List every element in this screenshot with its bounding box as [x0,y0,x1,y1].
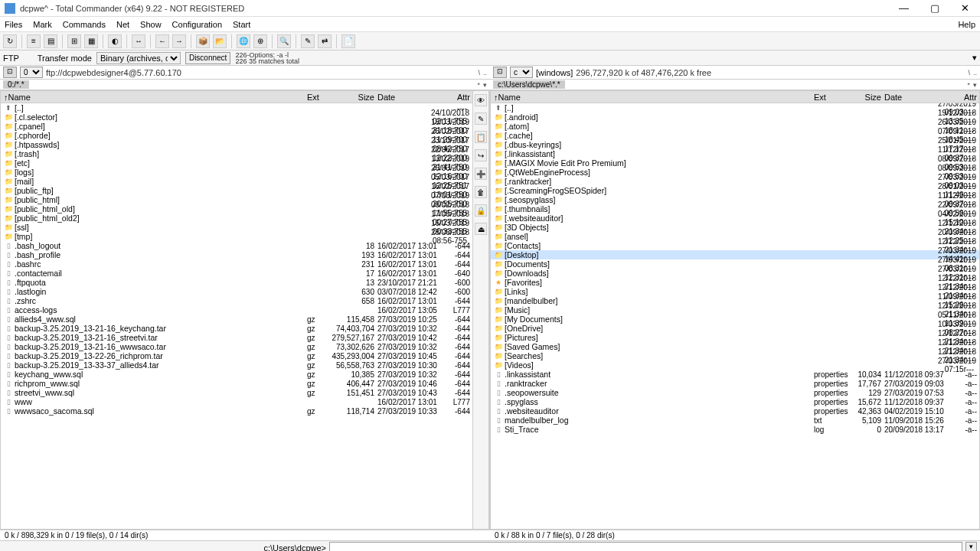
left-history-icon[interactable]: ▾ [483,81,487,89]
right-root-icon[interactable]: \ [968,69,970,77]
notepad-icon[interactable]: 📄 [341,34,355,48]
file-row[interactable]: .spyglassproperties15,67211/12/2018 09:3… [491,397,979,406]
file-row[interactable]: [Contacts]12/12/2018 21:34r--- [491,241,979,250]
command-history-icon[interactable]: ▾ [965,542,977,551]
view-thumbs-icon[interactable]: ▦ [84,34,98,48]
file-row[interactable]: .bashrc23116/02/2017 13:01-644 [1,259,472,269]
file-row[interactable]: [.seospyglass]11/12/2018 09:37---- [491,195,979,204]
delete-icon[interactable]: 🗑 [475,186,487,198]
right-drive-select[interactable]: c [510,67,533,78]
file-row[interactable]: [etc]13/02/2019 21:41-750 [1,158,472,168]
file-row[interactable]: keychang_www.sqlgz10,38527/03/2019 10:32… [1,370,472,379]
file-row[interactable]: [.QtWebEngineProcess]08/09/2018 09:53---… [491,168,979,177]
right-fav-icon[interactable]: * [967,81,970,89]
menu-show[interactable]: Show [140,20,162,29]
left-column-header[interactable]: ↑Name Ext Size Date Attr [1,91,472,103]
menu-files[interactable]: Files [5,20,22,29]
file-row[interactable]: [..]---- [1,103,472,112]
invert-icon[interactable]: ◐ [108,34,122,48]
file-row[interactable]: .websiteauditorproperties42,36304/02/201… [491,406,979,416]
left-up-icon[interactable]: .. [483,69,487,77]
file-row[interactable]: [.cphorde]26/02/2017 11:29-700 [1,131,472,140]
exit-icon[interactable]: ⏏ [475,223,487,235]
file-row[interactable]: .linkassistantproperties10,03411/12/2018… [491,370,979,379]
file-row[interactable]: [ssl]16/03/2019 00:33-755 [1,223,472,232]
file-row[interactable]: .lastlogin63003/07/2018 12:42-600 [1,287,472,296]
right-column-header[interactable]: ↑Name Ext Size Date Attr [491,91,979,103]
file-row[interactable]: [.linkassistant]11/12/2018 09:37---- [491,149,979,158]
file-row[interactable]: [My Documents]05/11/2018 11:39---- [491,315,979,324]
file-row[interactable]: .contactemail1716/02/2017 13:01-640 [1,269,472,278]
file-row[interactable]: allieds4_www.sqlgz115,45827/03/2019 10:2… [1,315,472,324]
file-row[interactable]: www16/02/2017 13:01L777 [1,397,472,406]
pack-icon[interactable]: 📦 [196,34,210,48]
minimize-button[interactable]: — [893,1,915,15]
file-row[interactable]: .ftpquota1323/10/2017 21:21-600 [1,278,472,287]
refresh-icon[interactable]: ↻ [3,34,17,48]
lock-icon[interactable]: 🔒 [475,204,487,217]
file-row[interactable]: .seopowersuiteproperties12927/03/2019 07… [491,388,979,397]
swap-icon[interactable]: ↔ [132,34,145,48]
menu-help[interactable]: Help [958,20,975,29]
view-full-icon[interactable]: ▤ [44,34,57,48]
file-row[interactable]: [.dbus-keyrings]25/01/2019 17:17---- [491,140,979,149]
menu-start[interactable]: Start [233,20,250,29]
file-row[interactable]: [3D Objects]12/12/2018 21:34r--- [491,223,979,232]
file-row[interactable]: [Documents]27/03/2019 08:31r--- [491,259,979,269]
view-brief-icon[interactable]: ≡ [27,34,41,48]
file-row[interactable]: [Music]12/12/2018 21:34r--- [491,305,979,315]
file-row[interactable]: [.htpasswds]23/10/2017 08:42-750 [1,140,472,149]
file-row[interactable]: backup-3.25.2019_13-22-26_richprom.targz… [1,351,472,360]
file-row[interactable]: .zshrc65816/02/2017 13:01-644 [1,296,472,305]
left-drive-icon[interactable]: ⊡ [3,67,17,78]
file-row[interactable]: [public_html_old2]17/05/2018 00:27-755 [1,214,472,223]
ftp-history-icon[interactable]: ▾ [972,53,977,63]
ftp-icon[interactable]: 🌐 [237,34,250,48]
ftp-new-icon[interactable]: ⊕ [253,34,267,48]
newfolder-icon[interactable]: ➕ [475,168,487,180]
file-row[interactable]: backup-3.25.2019_13-21-16_keychang.targz… [1,324,472,333]
file-row[interactable]: [Favorites]12/12/2018 21:34r--- [491,278,979,287]
file-row[interactable]: [..]27/03/2019 09:03---- [491,103,979,112]
menu-commands[interactable]: Commands [63,20,106,29]
file-row[interactable]: [.android]19/12/2018 13:35---- [491,112,979,122]
file-row[interactable]: [.MAGIX Movie Edit Pro Premium]08/09/201… [491,158,979,168]
file-row[interactable]: [Searches]12/12/2018 21:34r--- [491,351,979,360]
file-row[interactable]: backup-3.25.2019_13-21-16_wwwsaco.targz7… [1,342,472,351]
file-row[interactable]: [public_ftp]16/02/2017 13:01-750 [1,186,472,195]
quickview-icon[interactable]: 👁 [475,94,487,106]
command-input[interactable] [329,542,962,551]
file-row[interactable]: [Downloads]27/03/2019 12:31r--- [491,269,979,278]
left-root-icon[interactable]: \ [478,69,480,77]
menu-configuration[interactable]: Configuration [172,20,222,29]
file-row[interactable]: [logs]26/03/2019 12:16-700 [1,168,472,177]
file-row[interactable]: [Desktop]27/03/2019 14:41r--- [491,250,979,259]
menu-net[interactable]: Net [116,20,129,29]
file-row[interactable]: [.atom]26/03/2019 18:11---- [491,122,979,131]
disconnect-button[interactable]: Disconnect [185,52,230,64]
multirename-icon[interactable]: ✎ [301,34,315,48]
view-tree-icon[interactable]: ⊞ [67,34,81,48]
file-row[interactable]: [Links]12/12/2018 21:34r--- [491,287,979,296]
file-row[interactable]: [ansel]20/09/2018 12:25---- [491,232,979,241]
maximize-button[interactable]: ▢ [924,1,946,15]
right-drive-icon[interactable]: ⊡ [493,67,507,78]
left-path[interactable]: ftp://dcpwebdesigner4@5.77.60.170 [46,68,475,77]
file-row[interactable]: [.websiteauditor]04/02/2019 15:10---- [491,214,979,223]
file-row[interactable]: richprom_www.sqlgz406,44727/03/2019 10:4… [1,379,472,388]
file-row[interactable]: mandelbulber_logtxt5,10911/09/2018 15:26… [491,416,979,425]
move-icon[interactable]: ↪ [475,149,487,161]
file-row[interactable]: .bash_logout1816/02/2017 13:01-644 [1,241,472,250]
file-row[interactable]: [.cl.selector]24/10/2018 02:11-755 [1,112,472,122]
file-row[interactable]: [.trash]22/06/2017 12:22-700 [1,149,472,158]
right-history-icon[interactable]: ▾ [973,81,977,89]
right-up-icon[interactable]: .. [973,69,977,77]
back-icon[interactable]: ← [155,34,169,48]
left-tab[interactable]: 0:/*.* [3,80,29,89]
file-row[interactable]: [.cache]07/09/2018 18:45---- [491,131,979,140]
file-row[interactable]: [.thumbnails]22/09/2018 09:56---- [491,204,979,214]
left-drive-select[interactable]: 0 [20,67,43,78]
sync-icon[interactable]: ⇄ [318,34,332,48]
file-row[interactable]: Sti_Tracelog020/09/2018 13:17-a-- [491,425,979,434]
file-row[interactable]: wwwsaco_sacoma.sqlgz118,71427/03/2019 10… [1,406,472,416]
